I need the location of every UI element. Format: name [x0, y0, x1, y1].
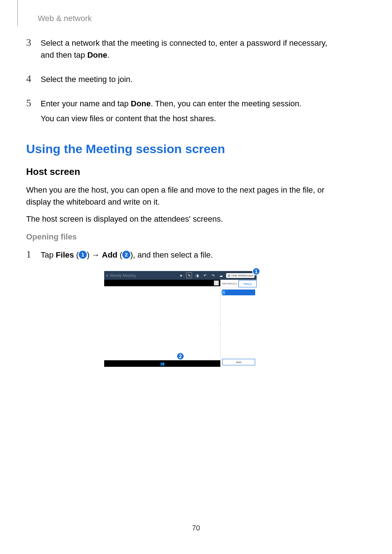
expand-panel-icon: ›: [218, 320, 220, 327]
step-number: 1: [26, 248, 41, 260]
paren-close: ): [87, 250, 91, 259]
add-button: Add: [222, 359, 255, 365]
callout-marker-1: 1: [252, 267, 260, 275]
step-text-line2: You can view files or content that the h…: [41, 112, 302, 124]
attendee-icon: 👥: [160, 362, 164, 366]
canvas-bar-bottom: 👥: [104, 360, 220, 367]
sub-title-host: Host screen: [26, 166, 335, 177]
step-number: 3: [26, 36, 41, 49]
cursor-icon: ➤: [178, 272, 184, 278]
paren-open: (: [74, 250, 79, 259]
bold-add: Add: [102, 250, 118, 259]
step-4: 4 Select the meeting to join.: [26, 73, 335, 88]
header-rule: [17, 0, 18, 26]
file-thumb-icon: [221, 291, 225, 294]
toolbar-icons: ➤ ✎ ◑ ↶ ↷ ☁ ▤ Hide Whiteboard: [178, 272, 254, 278]
text-tail: ), and then select a file.: [130, 250, 213, 259]
device-screenshot: 1 ‹ Weekly Meeting ➤ ✎ ◑ ↶ ↷ ☁ ▤ Hide Wh…: [104, 271, 257, 367]
files-tab: Files(1): [238, 280, 257, 287]
canvas-area: ⛶ › 👥: [104, 280, 220, 367]
callout-1-inline: 1: [79, 251, 87, 259]
pen-icon: ✎: [186, 272, 192, 278]
step-5: 5 Enter your name and tap Done. Then, yo…: [26, 97, 335, 127]
step-text: Select a network that the meeting is con…: [41, 36, 335, 64]
eraser-icon: ◑: [194, 272, 200, 278]
host-p1: When you are the host, you can open a fi…: [26, 184, 335, 208]
arrow-text: →: [92, 250, 102, 259]
device-body: ⛶ › 👥 Attendees(1) Files(1): [104, 280, 257, 367]
step-text: Tap Files (1) → Add (2), and then select…: [41, 248, 213, 264]
back-icon: ‹: [106, 273, 108, 278]
section-header: Web & network: [38, 14, 92, 23]
opening-step-1: 1 Tap Files (1) → Add (2), and then sele…: [26, 248, 335, 264]
canvas-bar-top: ⛶: [104, 280, 220, 286]
content-area: 3 Select a network that the meeting is c…: [26, 36, 335, 367]
device-topbar: ‹ Weekly Meeting ➤ ✎ ◑ ↶ ↷ ☁ ▤ Hide Whit…: [104, 271, 257, 280]
meeting-title: Weekly Meeting: [110, 274, 136, 278]
step-number: 5: [26, 97, 41, 109]
step-text-tail: .: [107, 50, 109, 59]
hide-whiteboard-button: ▤ Hide Whiteboard: [226, 273, 254, 278]
whiteboard-canvas: ›: [104, 286, 220, 360]
bold-done: Done: [131, 99, 151, 108]
selected-file-bar: [222, 290, 255, 295]
side-panel-space: [221, 295, 257, 359]
side-panel: Attendees(1) Files(1) 2 Add: [220, 280, 257, 367]
text-tap: Tap: [41, 250, 56, 259]
cloud-icon: ☁: [218, 272, 224, 278]
step-text-tail: . Then, you can enter the meeting sessio…: [151, 99, 301, 108]
page-number: 70: [192, 524, 200, 532]
step-text-part: Select a network that the meeting is con…: [41, 38, 327, 59]
redo-icon: ↷: [210, 272, 216, 278]
step-3: 3 Select a network that the meeting is c…: [26, 36, 335, 64]
whiteboard-icon: ▤: [228, 274, 230, 277]
bold-done: Done: [87, 50, 107, 59]
hide-wb-label: Hide Whiteboard: [231, 274, 253, 277]
step-text: Enter your name and tap Done. Then, you …: [41, 97, 302, 127]
step-text-line: Select the meeting to join.: [41, 73, 132, 85]
opening-files-heading: Opening files: [26, 232, 335, 242]
step-text: Select the meeting to join.: [41, 73, 132, 88]
bold-files: Files: [56, 250, 74, 259]
side-tabs: Attendees(1) Files(1): [221, 280, 257, 287]
section-title: Using the Meeting session screen: [26, 142, 335, 156]
undo-icon: ↶: [202, 272, 208, 278]
host-p2: The host screen is displayed on the atte…: [26, 213, 335, 225]
callout-2-inline: 2: [122, 251, 130, 259]
step-text-part: Enter your name and tap: [41, 99, 131, 108]
fit-screen-icon: ⛶: [214, 280, 219, 286]
attendees-tab: Attendees(1): [221, 280, 238, 287]
paren-open2: (: [118, 250, 122, 259]
step-number: 4: [26, 73, 41, 85]
callout-marker-2: 2: [176, 352, 184, 360]
